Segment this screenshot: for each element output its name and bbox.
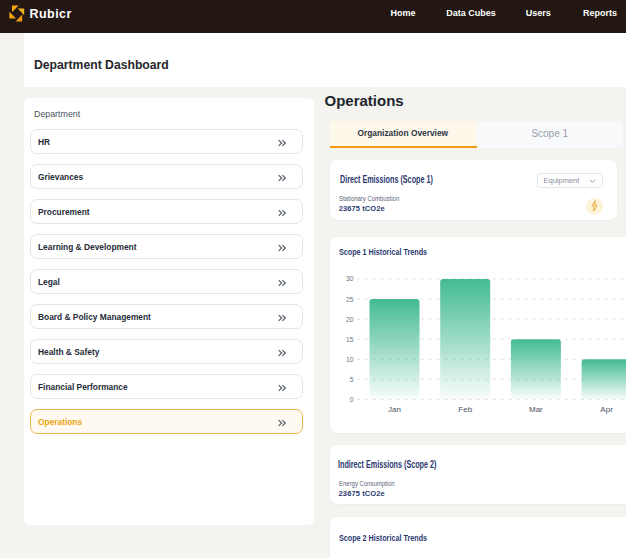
svg-text:10: 10 <box>346 356 354 363</box>
svg-text:30: 30 <box>346 275 354 282</box>
svg-text:Mar: Mar <box>529 405 543 414</box>
svg-text:Feb: Feb <box>458 405 472 414</box>
svg-text:25: 25 <box>346 296 354 303</box>
svg-text:5: 5 <box>349 376 353 383</box>
svg-text:Jan: Jan <box>388 405 401 414</box>
svg-text:0: 0 <box>349 396 353 403</box>
svg-text:20: 20 <box>346 316 354 323</box>
svg-text:Apr: Apr <box>600 405 613 414</box>
svg-text:15: 15 <box>346 336 354 343</box>
